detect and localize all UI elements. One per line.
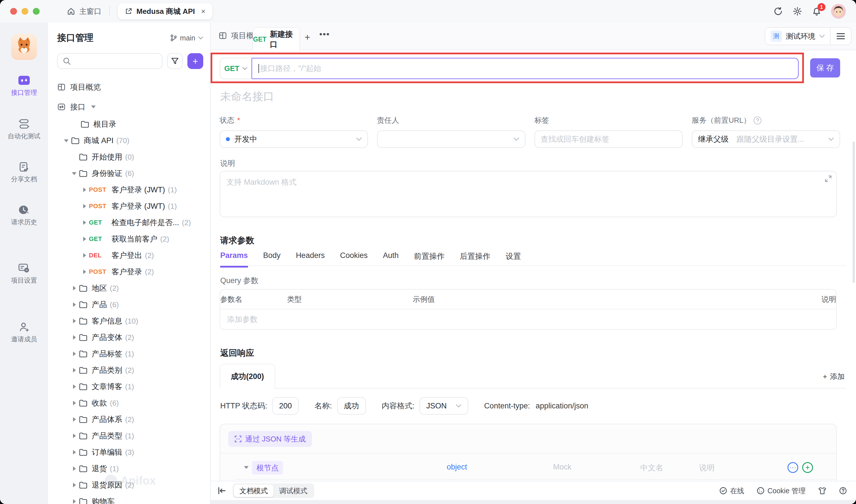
tree-row[interactable]: 收款 (6) — [48, 395, 210, 411]
mock-placeholder[interactable]: Mock — [553, 463, 572, 471]
notifications-bell-icon[interactable]: 1 — [812, 6, 821, 16]
refresh-icon[interactable] — [773, 6, 783, 16]
note-placeholder[interactable]: 说明 — [699, 463, 714, 473]
tree-caret-icon[interactable] — [70, 431, 79, 440]
tree-caret-icon[interactable] — [70, 448, 79, 457]
branch-selector[interactable]: main — [170, 34, 203, 42]
root-node-chip[interactable]: 根节点 — [252, 461, 283, 474]
gear-icon[interactable] — [792, 6, 802, 16]
main-window-tab[interactable]: 主窗口 — [67, 6, 101, 16]
zoom-window-button[interactable] — [33, 8, 40, 15]
tree-caret-icon[interactable] — [70, 382, 79, 391]
tree-row[interactable]: 订单编辑 (3) — [48, 444, 210, 461]
add-param-row[interactable]: 添加参数 — [220, 309, 836, 329]
project-logo[interactable] — [11, 34, 37, 60]
tree-row[interactable]: POST 客户登录 (2) — [48, 264, 210, 280]
tree-caret-icon[interactable] — [80, 267, 89, 276]
tree-caret-icon[interactable] — [70, 481, 79, 490]
tree-row[interactable]: 开始使用 (0) — [48, 149, 210, 165]
rail-item-api-management[interactable]: 接口管理 — [0, 75, 48, 97]
help-circle-icon[interactable] — [839, 487, 847, 495]
cn-name-placeholder[interactable]: 中文名 — [640, 463, 663, 473]
sidebar-item-project-overview[interactable]: 项目概览 — [57, 79, 101, 95]
tree-row[interactable]: 产品变体 (2) — [48, 329, 210, 346]
tree-row[interactable]: GET 检查电子邮件是否... (2) — [48, 214, 210, 231]
tree-caret-icon[interactable] — [80, 218, 89, 227]
save-button[interactable]: 保 存 — [810, 58, 840, 77]
response-tab-success-200[interactable]: 成功(200) — [220, 364, 275, 389]
sidebar-section-apis[interactable]: 接口 — [57, 100, 96, 114]
tree-row[interactable]: 退货原因 (2) — [48, 477, 210, 493]
tree-caret-icon[interactable] — [70, 152, 79, 162]
tree-caret-icon[interactable] — [62, 136, 71, 145]
tree-row[interactable]: 文章博客 (1) — [48, 378, 210, 395]
tree-caret-icon[interactable] — [70, 300, 79, 309]
method-select[interactable]: GET — [220, 58, 251, 79]
tree-caret-icon[interactable] — [70, 464, 79, 473]
tree-row[interactable]: POST 客户登录 (JWT) (1) — [48, 198, 210, 214]
doc-mode-button[interactable]: 文档模式 — [234, 485, 274, 497]
search-input[interactable] — [57, 53, 162, 69]
tree-caret-icon[interactable] — [70, 415, 79, 424]
environment-selector[interactable]: 测 测试环境 — [765, 27, 852, 45]
project-window-tab[interactable]: Medusa 商城 API × — [118, 3, 212, 19]
tree-caret-icon[interactable] — [80, 234, 89, 244]
endpoint-path-input[interactable]: 接口路径，"/"起始 — [251, 58, 799, 79]
filter-button[interactable] — [167, 53, 183, 69]
service-select[interactable]: 继承父级 跟随父级目录设置... — [692, 130, 840, 148]
tree-caret-icon[interactable] — [70, 366, 79, 375]
tree-row[interactable]: 根目录 — [48, 116, 210, 132]
tree-caret-icon[interactable] — [70, 284, 79, 293]
more-options-circle-icon[interactable]: ··· — [787, 462, 798, 473]
root-type-value[interactable]: object — [447, 463, 467, 471]
tree-caret-icon[interactable] — [70, 169, 79, 178]
generate-from-json-button[interactable]: 通过 JSON 等生成 — [228, 431, 312, 447]
rail-item-share-docs[interactable]: 分享文档 — [0, 161, 48, 183]
hamburger-menu-icon[interactable] — [831, 33, 851, 40]
tags-input[interactable]: 查找或回车创建标签 — [535, 130, 683, 148]
tree-caret-icon[interactable] — [70, 333, 79, 342]
add-response-button[interactable]: + 添加 — [823, 372, 845, 381]
tree-row[interactable]: 产品类型 (1) — [48, 428, 210, 444]
cookie-manager-button[interactable]: Cookie 管理 — [757, 486, 806, 496]
http-code-input[interactable]: 200 — [272, 397, 299, 415]
help-circle-icon[interactable]: ? — [753, 116, 762, 124]
tree-caret-icon[interactable] — [71, 120, 81, 129]
caret-down-icon[interactable] — [244, 466, 248, 469]
rail-item-automated-testing[interactable]: 自动化测试 — [0, 118, 48, 141]
add-field-circle-icon[interactable]: + — [802, 462, 813, 473]
tree-row[interactable]: 商城 API (70) — [48, 132, 210, 149]
theme-shirt-icon[interactable] — [818, 487, 826, 495]
tree-caret-icon[interactable] — [70, 349, 79, 358]
tree-caret-icon[interactable] — [70, 317, 79, 326]
tree-row[interactable]: 地区 (2) — [48, 280, 210, 296]
owner-select[interactable] — [377, 130, 525, 148]
debug-mode-button[interactable]: 调试模式 — [274, 486, 313, 496]
tree-row[interactable]: 产品类别 (2) — [48, 362, 210, 378]
tree-row[interactable]: 客户信息 (10) — [48, 313, 210, 329]
tree-row[interactable]: 产品体系 (2) — [48, 411, 210, 428]
tree-row[interactable]: 购物车 — [48, 493, 210, 504]
tree-row[interactable]: 身份验证 (6) — [48, 165, 210, 182]
tab-overflow-button[interactable]: ••• — [319, 30, 330, 39]
tree-caret-icon[interactable] — [70, 398, 79, 408]
tree-caret-icon[interactable] — [80, 251, 89, 260]
collapse-sidebar-icon[interactable] — [218, 487, 226, 494]
tree-row[interactable]: GET 获取当前客户 (2) — [48, 231, 210, 247]
status-select[interactable]: 开发中 — [220, 130, 368, 148]
tree-row[interactable]: 产品标签 (1) — [48, 346, 210, 362]
rail-item-project-settings[interactable]: 项目设置 — [0, 263, 48, 285]
close-window-button[interactable] — [10, 8, 17, 15]
close-tab-icon[interactable]: × — [201, 7, 206, 16]
expand-icon[interactable] — [825, 175, 832, 182]
tree-caret-icon[interactable] — [70, 497, 79, 504]
tree-row[interactable]: DEL 客户登出 (2) — [48, 247, 210, 264]
tree-row[interactable]: POST 客户登录 (JWT) (1) — [48, 182, 210, 198]
endpoint-name-placeholder[interactable]: 未命名接口 — [220, 89, 274, 104]
tree-caret-icon[interactable] — [80, 202, 89, 211]
add-new-button[interactable]: + — [187, 53, 203, 69]
response-name-input[interactable]: 成功 — [337, 397, 366, 415]
tree-caret-icon[interactable] — [80, 185, 89, 194]
tab-new-endpoint-active[interactable]: GET 新建接口 — [252, 27, 300, 51]
online-status[interactable]: 在线 — [719, 486, 744, 496]
